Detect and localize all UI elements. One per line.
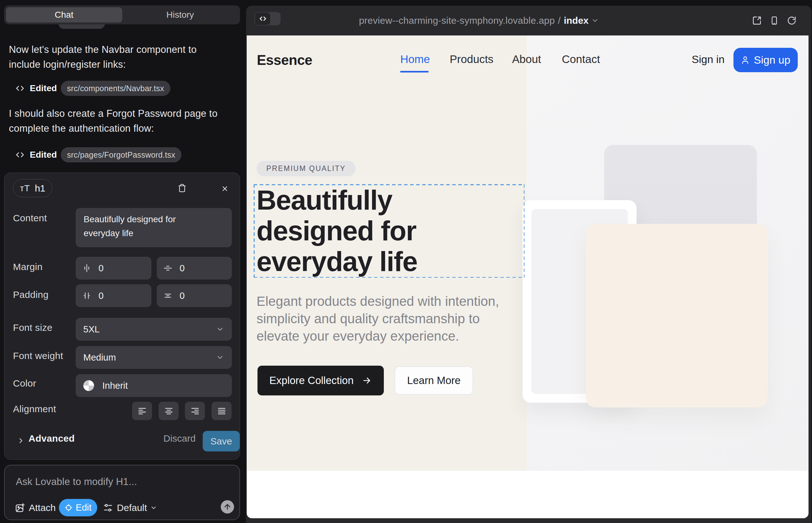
- url-bar[interactable]: preview--charming-site-symphony.lovable.…: [246, 6, 712, 35]
- font-size-field-label: Font size: [13, 322, 52, 333]
- file-chip[interactable]: src/components/Navbar.tsx: [61, 81, 171, 96]
- mobile-view-icon[interactable]: [770, 16, 779, 25]
- learn-more-button[interactable]: Learn More: [394, 366, 473, 395]
- element-editor-panel: тT h1 Content Beautifully designed forev…: [4, 173, 240, 460]
- attach-image-icon: [15, 503, 25, 513]
- chevron-down-icon: [591, 17, 599, 24]
- tab-history[interactable]: History: [122, 7, 239, 22]
- preview-actions: [752, 6, 796, 35]
- edited-file-row: Edited src/components/Navbar.tsx: [14, 81, 170, 96]
- quality-badge: PREMIUM QUALITY: [257, 161, 356, 176]
- chevron-down-icon: [150, 504, 157, 511]
- align-center-button[interactable]: [159, 402, 179, 420]
- sidebar: Chat History Now let's update the Navbar…: [0, 0, 244, 523]
- align-left-button[interactable]: [132, 402, 152, 420]
- advanced-toggle[interactable]: Advanced: [29, 433, 75, 444]
- hero-paragraph: Elegant products designed with intention…: [257, 292, 529, 345]
- tab-history-label: History: [166, 10, 194, 20]
- margin-field-label: Margin: [13, 262, 43, 272]
- explore-collection-label: Explore Collection: [269, 375, 354, 386]
- send-button[interactable]: [221, 500, 234, 513]
- refresh-icon[interactable]: [787, 16, 796, 25]
- chevron-right-icon: [17, 437, 25, 445]
- content-textarea[interactable]: Beautifully designed foreveryday life: [76, 208, 232, 247]
- margin-y-input[interactable]: 0: [157, 257, 232, 279]
- nav-link-contact[interactable]: Contact: [562, 53, 600, 66]
- nav-active-underline: [400, 71, 428, 72]
- signup-button[interactable]: Sign up: [734, 48, 798, 72]
- font-size-select[interactable]: 5XL: [76, 318, 232, 341]
- element-selection-outline: [254, 184, 525, 278]
- decorative-rect-cream: [586, 224, 768, 408]
- discard-button[interactable]: Discard: [163, 433, 196, 444]
- signin-link[interactable]: Sign in: [692, 53, 725, 66]
- code-icon: [15, 151, 25, 159]
- padding-y-input[interactable]: 0: [157, 284, 232, 307]
- color-value: Inherit: [102, 381, 128, 391]
- open-external-icon[interactable]: [752, 16, 762, 25]
- chat-message: Now let's update the Navbar component to…: [9, 42, 232, 72]
- close-panel-icon[interactable]: [221, 185, 229, 193]
- color-swatch: [83, 380, 94, 391]
- mode-select-label: Default: [117, 502, 147, 513]
- padding-x-input[interactable]: 0: [76, 284, 152, 307]
- url-page: index: [564, 15, 588, 26]
- url-domain: preview--charming-site-symphony.lovable.…: [359, 15, 554, 26]
- tab-chat-label: Chat: [55, 10, 73, 20]
- margin-horizontal-icon: [82, 264, 91, 273]
- edited-label: Edited: [30, 83, 57, 93]
- website-preview: Essence Home Products About Contact Sign…: [247, 35, 809, 518]
- alignment-field-label: Alignment: [13, 404, 56, 414]
- signup-button-label: Sign up: [754, 54, 790, 66]
- preview-toolbar: preview--charming-site-symphony.lovable.…: [246, 6, 811, 35]
- font-size-value: 5XL: [83, 324, 100, 335]
- user-icon: [741, 56, 749, 65]
- padding-x-value: 0: [99, 291, 104, 301]
- margin-x-input[interactable]: 0: [76, 257, 152, 279]
- save-button[interactable]: Save: [203, 431, 240, 451]
- font-weight-field-label: Font weight: [13, 350, 63, 361]
- chevron-down-icon: [216, 353, 224, 362]
- arrow-right-icon: [362, 376, 372, 385]
- align-justify-button[interactable]: [212, 402, 231, 420]
- preview-window: preview--charming-site-symphony.lovable.…: [246, 6, 811, 523]
- url-separator: /: [558, 15, 561, 26]
- code-icon: [15, 84, 25, 92]
- nav-link-about[interactable]: About: [512, 53, 541, 66]
- padding-horizontal-icon: [82, 291, 91, 301]
- element-tag-badge: тT h1: [13, 179, 52, 197]
- font-weight-select[interactable]: Medium: [76, 346, 232, 369]
- edit-pill-label: Edit: [76, 502, 91, 513]
- crosshair-icon: [65, 504, 72, 511]
- tab-chat[interactable]: Chat: [6, 7, 122, 22]
- font-weight-value: Medium: [83, 353, 116, 363]
- color-field-label: Color: [13, 378, 36, 389]
- padding-vertical-icon: [163, 291, 173, 301]
- chat-message: I should also create a Forgot Password p…: [9, 106, 232, 136]
- content-field-label: Content: [13, 213, 47, 223]
- arrow-up-icon: [223, 503, 231, 511]
- attach-button[interactable]: Attach: [29, 502, 56, 513]
- sidebar-tabs: Chat History: [4, 5, 240, 24]
- nav-link-home[interactable]: Home: [400, 53, 430, 66]
- nav-link-products[interactable]: Products: [450, 53, 493, 66]
- edited-label: Edited: [30, 150, 57, 160]
- padding-field-label: Padding: [13, 289, 49, 300]
- margin-y-value: 0: [180, 263, 184, 273]
- mode-select[interactable]: Default: [103, 502, 157, 513]
- hero-section: Essence Home Products About Contact Sign…: [247, 35, 809, 471]
- chevron-down-icon: [216, 325, 224, 333]
- element-tag-label: h1: [35, 183, 45, 194]
- explore-collection-button[interactable]: Explore Collection: [258, 366, 384, 395]
- align-right-button[interactable]: [185, 402, 205, 420]
- delete-element-button[interactable]: [178, 183, 187, 193]
- color-select[interactable]: Inherit: [76, 374, 232, 397]
- site-logo[interactable]: Essence: [257, 52, 312, 68]
- file-chip[interactable]: src/pages/ForgotPassword.tsx: [61, 147, 182, 162]
- learn-more-label: Learn More: [407, 375, 461, 386]
- margin-vertical-icon: [163, 264, 173, 273]
- chat-composer[interactable]: Ask Lovable to modify H1... Attach Edit …: [4, 465, 240, 520]
- composer-placeholder: Ask Lovable to modify H1...: [16, 476, 137, 488]
- edit-mode-pill[interactable]: Edit: [59, 499, 97, 516]
- site-navbar: Essence Home Products About Contact Sign…: [247, 35, 809, 83]
